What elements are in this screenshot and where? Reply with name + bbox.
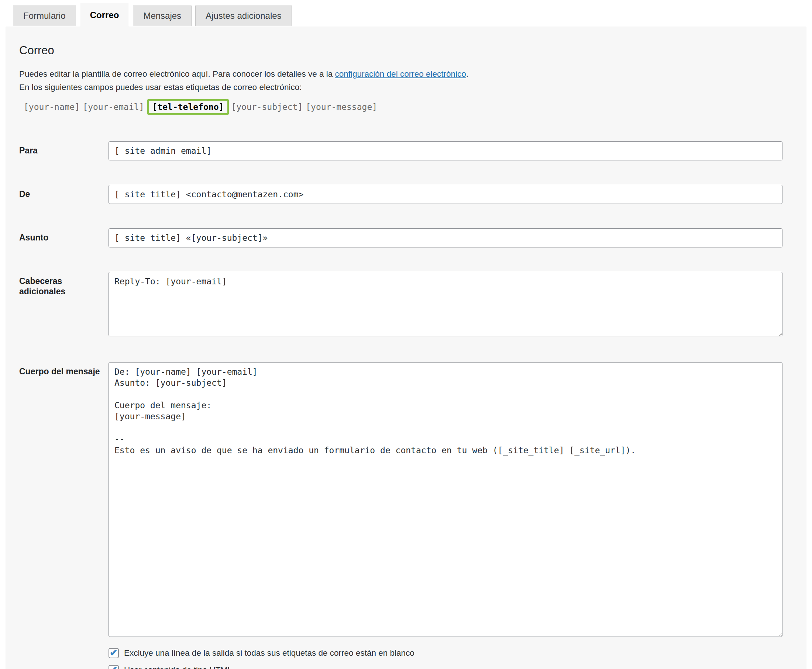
- cabeceras-label: Cabeceras adicionales: [19, 272, 108, 338]
- exclude-blank-lines-label: Excluye una línea de la salida si todas …: [124, 648, 414, 658]
- cabeceras-textarea[interactable]: Reply-To: [your-email]: [108, 272, 782, 336]
- tab-formulario[interactable]: Formulario: [13, 5, 76, 26]
- asunto-input[interactable]: [108, 228, 782, 247]
- mail-tag-your-subject: [your-subject]: [231, 102, 303, 112]
- field-row-cuerpo: Cuerpo del mensaje De: [your-name] [your…: [19, 362, 782, 639]
- intro-before-link: Puedes editar la plantilla de correo ele…: [19, 69, 335, 79]
- cuerpo-textarea[interactable]: De: [your-name] [your-email] Asunto: [yo…: [108, 362, 782, 637]
- html-content-label: Usar contenido de tipo HTML: [124, 665, 232, 669]
- checkbox-row-exclude-blank-lines[interactable]: Excluye una línea de la salida si todas …: [108, 648, 782, 658]
- html-content-checkbox[interactable]: [108, 665, 119, 669]
- exclude-blank-lines-checkbox[interactable]: [108, 648, 119, 658]
- cuerpo-label: Cuerpo del mensaje: [19, 362, 108, 639]
- mail-tag-list: [your-name] [your-email] [tel-telefono] …: [19, 96, 782, 115]
- mail-tag-tel-telefono-highlighted: [tel-telefono]: [147, 99, 229, 115]
- intro-line2: En los siguientes campos puedes usar est…: [19, 82, 302, 92]
- intro-text: Puedes editar la plantilla de correo ele…: [19, 67, 782, 94]
- mail-config-link[interactable]: configuración del correo electrónico: [335, 69, 466, 79]
- field-row-para: Para: [19, 141, 782, 160]
- mail-tag-your-message: [your-message]: [306, 102, 377, 112]
- tab-ajustes-adicionales[interactable]: Ajustes adicionales: [195, 5, 291, 26]
- para-label: Para: [19, 141, 108, 160]
- mail-tag-your-email: [your-email]: [83, 102, 144, 112]
- de-label: De: [19, 185, 108, 204]
- mail-tag-your-name: [your-name]: [24, 102, 80, 112]
- intro-after-link: .: [466, 69, 468, 79]
- tab-mensajes[interactable]: Mensajes: [133, 5, 192, 26]
- para-input[interactable]: [108, 141, 782, 160]
- editor-tab-bar: Formulario Correo Mensajes Ajustes adici…: [0, 0, 812, 26]
- field-row-asunto: Asunto: [19, 228, 782, 247]
- checkbox-row-html-content[interactable]: Usar contenido de tipo HTML: [108, 665, 782, 669]
- mail-panel: Correo Puedes editar la plantilla de cor…: [5, 26, 807, 669]
- tab-correo[interactable]: Correo: [80, 3, 130, 26]
- panel-title: Correo: [19, 44, 782, 57]
- field-row-de: De: [19, 185, 782, 204]
- field-row-cabeceras: Cabeceras adicionales Reply-To: [your-em…: [19, 272, 782, 338]
- asunto-label: Asunto: [19, 228, 108, 247]
- de-input[interactable]: [108, 185, 782, 204]
